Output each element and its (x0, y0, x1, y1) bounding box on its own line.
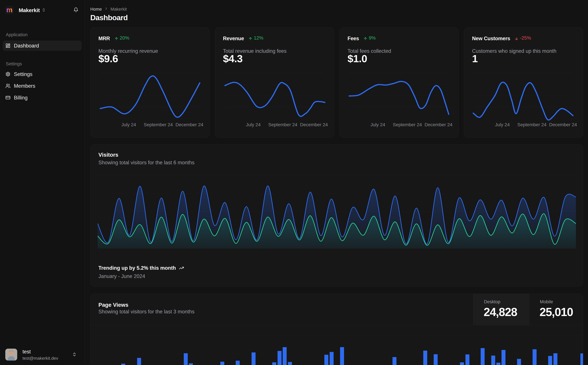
svg-text:m: m (6, 6, 12, 14)
